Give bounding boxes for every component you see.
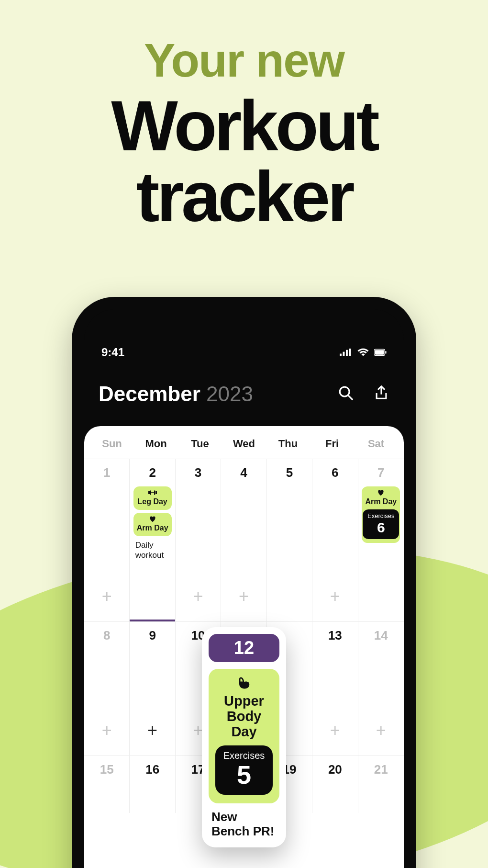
add-icon[interactable]: + — [193, 588, 203, 617]
search-icon[interactable] — [338, 385, 354, 403]
add-icon[interactable]: + — [102, 588, 112, 617]
day-cell-3[interactable]: 3 + — [176, 459, 221, 621]
dow-fri: Fri — [310, 438, 354, 450]
workout-chip-arm-day-sat[interactable]: Arm Day Exercises 6 — [362, 486, 400, 543]
year-label: 2023 — [206, 382, 253, 406]
day-cell-9[interactable]: 9 + — [130, 622, 175, 755]
add-icon[interactable]: + — [330, 722, 340, 751]
calendar-sheet: Sun Mon Tue Wed Thu Fri Sat 1 + 2 — [84, 426, 404, 868]
cellular-icon — [340, 348, 352, 357]
dow-wed: Wed — [222, 438, 266, 450]
day-cell-21[interactable]: 21 — [358, 756, 404, 813]
day-of-week-row: Sun Mon Tue Wed Thu Fri Sat — [84, 426, 404, 459]
heart-icon — [377, 489, 385, 496]
day-cell-14[interactable]: 14 + — [358, 622, 404, 755]
exercises-badge: Exercises 5 — [215, 745, 273, 795]
week-row-1: 1 + 2 Leg Day Arm Day Daily work — [84, 459, 404, 621]
svg-point-7 — [340, 387, 349, 396]
promo-headline: Your new Workout tracker — [0, 0, 488, 232]
exercises-badge: Exercises 6 — [363, 509, 399, 539]
svg-line-8 — [348, 395, 353, 400]
wifi-icon — [357, 348, 369, 357]
popover-date: 12 — [209, 634, 279, 662]
bicep-icon — [237, 676, 251, 690]
status-indicators — [340, 348, 387, 357]
svg-rect-11 — [151, 493, 154, 494]
day-cell-8[interactable]: 8 + — [84, 622, 130, 755]
svg-rect-9 — [148, 491, 150, 494]
status-time: 9:41 — [101, 346, 124, 359]
day-popover[interactable]: 12 Upper Body Day Exercises 5 New Bench … — [202, 627, 286, 847]
day-note: Daily workout — [133, 538, 172, 560]
dumbbell-icon — [148, 489, 157, 496]
day-cell-1[interactable]: 1 + — [84, 459, 130, 621]
battery-icon — [374, 348, 387, 357]
day-cell-13[interactable]: 13 + — [312, 622, 358, 755]
month-year-label[interactable]: December 2023 — [99, 382, 253, 406]
add-icon[interactable]: + — [102, 722, 112, 751]
popover-title: Upper Body Day — [213, 694, 275, 740]
workout-chip-arm-day[interactable]: Arm Day — [133, 513, 172, 536]
dow-mon: Mon — [134, 438, 178, 450]
day-cell-15[interactable]: 15 — [84, 756, 130, 813]
svg-rect-6 — [385, 351, 386, 354]
add-icon[interactable]: + — [376, 722, 386, 751]
dow-tue: Tue — [178, 438, 222, 450]
popover-workout-card[interactable]: Upper Body Day Exercises 5 — [209, 669, 279, 803]
day-cell-20[interactable]: 20 — [312, 756, 358, 813]
svg-rect-2 — [346, 350, 348, 356]
dow-thu: Thu — [266, 438, 310, 450]
day-cell-6[interactable]: 6 + — [312, 459, 358, 621]
day-cell-2[interactable]: 2 Leg Day Arm Day Daily workout — [130, 459, 175, 621]
dow-sat: Sat — [354, 438, 398, 450]
day-cell-5[interactable]: 5 — [267, 459, 312, 621]
app-header: December 2023 — [84, 359, 404, 423]
svg-rect-12 — [154, 491, 155, 495]
status-bar: 9:41 — [84, 309, 404, 359]
workout-chip-leg-day[interactable]: Leg Day — [133, 486, 172, 510]
add-icon[interactable]: + — [330, 588, 340, 617]
svg-rect-13 — [155, 491, 157, 494]
phone-screen: 9:41 December 2023 — [84, 309, 404, 868]
svg-rect-0 — [340, 354, 342, 356]
headline-main: Workout tracker — [0, 90, 488, 232]
popover-note: New Bench PR! — [209, 803, 279, 841]
day-cell-4[interactable]: 4 + — [221, 459, 266, 621]
headline-top: Your new — [0, 34, 488, 88]
phone-frame: 9:41 December 2023 — [72, 297, 416, 868]
dow-sun: Sun — [90, 438, 134, 450]
share-icon[interactable] — [373, 385, 389, 403]
svg-rect-10 — [150, 491, 151, 495]
add-icon[interactable]: + — [147, 722, 157, 751]
svg-rect-5 — [375, 350, 384, 354]
day-cell-16[interactable]: 16 — [130, 756, 175, 813]
svg-rect-3 — [349, 349, 351, 356]
heart-icon — [148, 516, 157, 522]
add-icon[interactable]: + — [239, 588, 249, 617]
month-label: December — [99, 382, 200, 406]
day-cell-7[interactable]: 7 Arm Day Exercises 6 — [358, 459, 404, 621]
svg-rect-1 — [343, 352, 345, 356]
